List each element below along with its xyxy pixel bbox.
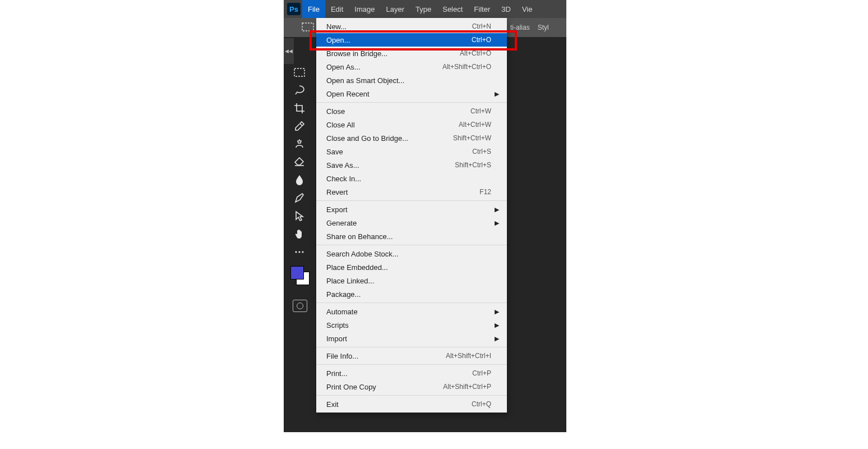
lasso-icon — [293, 85, 306, 96]
menu-vie[interactable]: Vie — [516, 0, 538, 18]
eraser-icon — [293, 157, 306, 167]
menu-item-close[interactable]: CloseCtrl+W — [316, 104, 507, 118]
hand-icon — [294, 228, 305, 240]
menu-item-label: Print One Copy — [326, 383, 424, 391]
menu-item-shortcut: Ctrl+O — [424, 36, 491, 44]
menu-item-place-linked[interactable]: Place Linked... — [316, 274, 507, 287]
menu-item-label: Save As... — [326, 161, 424, 169]
more-tool[interactable] — [289, 245, 310, 259]
menu-item-label: Open As... — [326, 63, 424, 71]
menu-item-search-adobe-stock[interactable]: Search Adobe Stock... — [316, 247, 507, 260]
menu-file[interactable]: File — [302, 0, 325, 18]
menu-item-label: Scripts — [326, 321, 424, 329]
menu-item-browse-in-bridge[interactable]: Browse in Bridge...Alt+Ctrl+O — [316, 47, 507, 60]
menu-item-file-info[interactable]: File Info...Alt+Shift+Ctrl+I — [316, 349, 507, 363]
menu-item-label: Search Adobe Stock... — [326, 250, 424, 258]
menu-item-label: Browse in Bridge... — [326, 49, 424, 58]
menu-group: CloseCtrl+WClose AllAlt+Ctrl+WClose and … — [316, 102, 507, 200]
menu-filter[interactable]: Filter — [468, 0, 496, 18]
menu-item-check-in[interactable]: Check In... — [316, 172, 507, 185]
eyedropper-tool[interactable] — [289, 119, 310, 134]
menu-item-shortcut: Ctrl+Q — [424, 400, 491, 408]
menu-type[interactable]: Type — [410, 0, 437, 18]
menu-item-label: Revert — [326, 188, 424, 196]
menu-item-shortcut: Alt+Ctrl+W — [424, 121, 491, 129]
menu-item-scripts[interactable]: Scripts▶ — [316, 318, 507, 332]
menu-item-package[interactable]: Package... — [316, 287, 507, 301]
submenu-arrow-icon: ▶ — [495, 219, 499, 227]
submenu-arrow-icon: ▶ — [495, 308, 499, 315]
clone-stamp-tool[interactable] — [289, 137, 310, 152]
menu-item-open-as[interactable]: Open As...Alt+Shift+Ctrl+O — [316, 60, 507, 74]
menu-item-automate[interactable]: Automate▶ — [316, 305, 507, 318]
menu-group: Search Adobe Stock...Place Embedded...Pl… — [316, 245, 507, 303]
menu-item-open[interactable]: Open...Ctrl+O — [316, 33, 507, 47]
menu-layer[interactable]: Layer — [381, 0, 410, 18]
menu-item-open-as-smart-object[interactable]: Open as Smart Object... — [316, 74, 507, 87]
menu-select[interactable]: Select — [437, 0, 468, 18]
path-select-icon — [294, 210, 304, 222]
menu-item-label: Check In... — [326, 175, 424, 183]
menu-item-new[interactable]: New...Ctrl+N — [316, 20, 507, 33]
eraser-tool[interactable] — [289, 155, 310, 169]
menu-item-save[interactable]: SaveCtrl+S — [316, 145, 507, 158]
menu-item-label: Import — [326, 335, 424, 343]
opt-style-fragment[interactable]: Styl — [538, 24, 549, 31]
menu-item-exit[interactable]: ExitCtrl+Q — [316, 397, 507, 411]
menu-item-shortcut: Shift+Ctrl+W — [424, 134, 491, 142]
menu-item-generate[interactable]: Generate▶ — [316, 216, 507, 230]
menu-item-label: Print... — [326, 369, 424, 378]
menu-item-label: Automate — [326, 308, 424, 316]
crop-tool[interactable] — [289, 101, 310, 116]
menu-group: ExitCtrl+Q — [316, 395, 507, 413]
menu-item-print-one-copy[interactable]: Print One CopyAlt+Shift+Ctrl+P — [316, 380, 507, 393]
menu-item-label: New... — [326, 22, 424, 31]
menu-item-place-embedded[interactable]: Place Embedded... — [316, 260, 507, 274]
menu-item-print[interactable]: Print...Ctrl+P — [316, 366, 507, 380]
menu-item-close-all[interactable]: Close AllAlt+Ctrl+W — [316, 118, 507, 131]
menu-item-import[interactable]: Import▶ — [316, 332, 507, 345]
submenu-arrow-icon: ▶ — [495, 322, 499, 329]
menu-item-label: File Info... — [326, 352, 424, 360]
menu-item-shortcut: Ctrl+N — [424, 22, 491, 30]
menu-item-open-recent[interactable]: Open Recent▶ — [316, 87, 507, 100]
panel-collapse-handle[interactable]: ◀◀ — [284, 38, 294, 64]
menu-edit[interactable]: Edit — [325, 0, 349, 18]
color-swatches[interactable] — [289, 266, 311, 288]
quick-mask-toggle[interactable] — [293, 300, 307, 312]
submenu-arrow-icon: ▶ — [495, 90, 499, 98]
pen-icon — [294, 193, 305, 204]
menu-item-label: Exit — [326, 400, 424, 409]
menu-item-label: Close and Go to Bridge... — [326, 134, 424, 143]
menu-item-label: Close — [326, 107, 424, 116]
menu-item-shortcut: Alt+Shift+Ctrl+P — [424, 383, 491, 391]
marquee-tool[interactable] — [289, 65, 310, 80]
menu-group: File Info...Alt+Shift+Ctrl+I — [316, 347, 507, 364]
menu-item-label: Generate — [326, 219, 424, 227]
chevron-left-icon: ◀◀ — [285, 48, 293, 54]
opt-antialias-fragment[interactable]: ti-alias — [510, 24, 530, 31]
menu-group: Export▶Generate▶Share on Behance... — [316, 200, 507, 245]
submenu-arrow-icon: ▶ — [495, 335, 499, 342]
menu-3d[interactable]: 3D — [496, 0, 516, 18]
menu-item-export[interactable]: Export▶ — [316, 203, 507, 216]
path-select-tool[interactable] — [289, 209, 310, 223]
menu-item-label: Export — [326, 205, 424, 214]
menu-item-revert[interactable]: RevertF12 — [316, 185, 507, 199]
hand-tool[interactable] — [289, 227, 310, 241]
menu-item-label: Place Embedded... — [326, 263, 424, 272]
menu-item-share-on-behance[interactable]: Share on Behance... — [316, 230, 507, 243]
foreground-color-swatch[interactable] — [290, 266, 304, 280]
eyedropper-icon — [294, 121, 305, 132]
blur-drop-tool[interactable] — [289, 173, 310, 187]
menu-item-close-and-go-to-bridge[interactable]: Close and Go to Bridge...Shift+Ctrl+W — [316, 131, 507, 145]
menu-item-shortcut: Ctrl+W — [424, 107, 491, 115]
menu-item-label: Package... — [326, 290, 424, 299]
svg-point-5 — [298, 251, 300, 253]
menu-item-shortcut: F12 — [424, 188, 491, 196]
lasso-tool[interactable] — [289, 83, 310, 98]
pen-tool[interactable] — [289, 191, 310, 205]
clone-stamp-icon — [294, 139, 305, 150]
menu-image[interactable]: Image — [349, 0, 380, 18]
menu-item-save-as[interactable]: Save As...Shift+Ctrl+S — [316, 158, 507, 172]
